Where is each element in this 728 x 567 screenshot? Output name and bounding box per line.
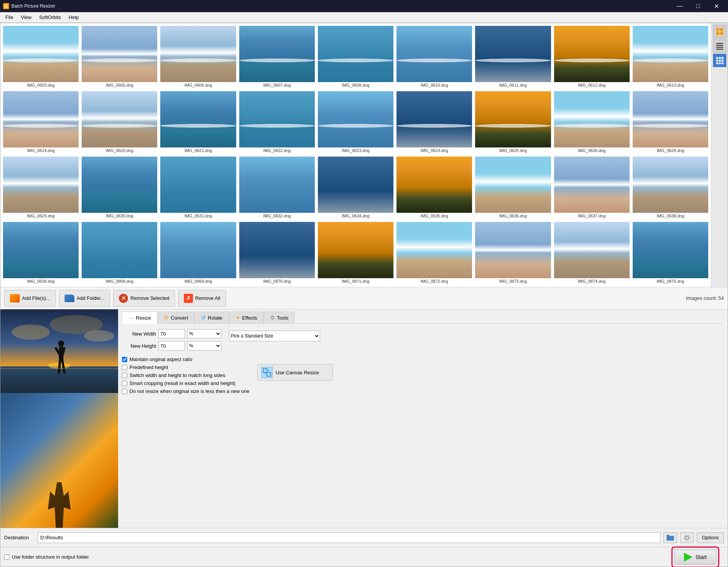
close-button[interactable]: ✕ — [707, 0, 725, 12]
canvas-resize-button[interactable]: Use Canvas Resize — [257, 364, 333, 381]
app-icon: 🖼 — [3, 3, 9, 9]
options-button[interactable]: Options — [697, 532, 724, 543]
smart-crop-label[interactable]: Smart cropping (result in exact width an… — [129, 380, 235, 386]
svg-rect-13 — [722, 60, 723, 62]
image-filename: IMG_0610.dng — [420, 82, 448, 88]
svg-rect-9 — [719, 57, 721, 59]
list-item[interactable]: IMG_0606.dng — [159, 25, 237, 89]
list-item[interactable]: IMG_0623.dng — [317, 90, 395, 155]
list-item[interactable]: IMG_0632.dng — [238, 155, 316, 220]
image-grid[interactable]: IMG_0603.dngIMG_0605.dngIMG_0606.dngIMG_… — [0, 23, 711, 287]
height-unit-select[interactable]: % px — [187, 341, 221, 350]
list-item[interactable]: IMG_0636.dng — [474, 155, 552, 220]
list-item[interactable]: IMG_0624.dng — [395, 90, 473, 155]
list-item[interactable]: IMG_0638.dng — [632, 155, 709, 220]
list-item[interactable]: IMG_0625.dng — [474, 90, 552, 155]
list-item[interactable]: IMG_0603.dng — [2, 25, 80, 89]
list-item[interactable]: IMG_0870.dng — [238, 221, 316, 285]
list-item[interactable]: IMG_0628.dng — [632, 90, 709, 155]
add-files-icon — [10, 294, 20, 303]
list-item[interactable]: IMG_0635.dng — [395, 155, 473, 220]
image-filename: IMG_0637.dng — [578, 213, 606, 219]
gear-icon — [683, 534, 691, 542]
svg-rect-15 — [719, 62, 721, 64]
maintain-ratio-checkbox[interactable] — [122, 357, 127, 362]
switch-wh-row: Switch width and height to match long si… — [122, 372, 250, 378]
image-filename: IMG_0624.dng — [420, 147, 448, 154]
list-item[interactable]: IMG_0869.dng — [159, 221, 237, 285]
smart-crop-checkbox[interactable] — [122, 381, 127, 386]
tab-tools[interactable]: ⚙ Tools — [264, 312, 295, 323]
list-item[interactable]: IMG_0871.dng — [317, 221, 395, 285]
list-item[interactable]: IMG_0607.dng — [238, 25, 316, 89]
list-item[interactable]: IMG_0626.dng — [553, 90, 631, 155]
large-thumbnail-view-btn[interactable] — [713, 25, 726, 38]
start-button[interactable]: Start — [674, 550, 716, 565]
list-item[interactable]: IMG_0608.dng — [317, 25, 395, 89]
remove-selected-button[interactable]: ✕ Remove Selected — [113, 290, 175, 307]
tools-tab-label: Tools — [277, 315, 288, 321]
predefined-height-checkbox[interactable] — [122, 365, 127, 370]
list-item[interactable]: IMG_0874.dng — [553, 221, 631, 285]
list-item[interactable]: IMG_0613.dng — [632, 25, 709, 89]
tab-rotate[interactable]: ↺ Rotate — [194, 312, 229, 323]
minimize-button[interactable]: — — [671, 0, 689, 12]
tab-convert[interactable]: ⟳ Convert — [158, 312, 195, 323]
image-filename: IMG_0631.dng — [185, 213, 212, 219]
list-item[interactable]: IMG_0634.dng — [317, 155, 395, 220]
list-item[interactable]: IMG_0611.dng — [474, 25, 552, 89]
list-item[interactable]: IMG_0872.dng — [395, 221, 473, 285]
predefined-height-row: Predefined height — [122, 364, 250, 370]
svg-rect-5 — [716, 45, 723, 46]
use-folder-row: Use folder structure in output folder — [4, 554, 89, 560]
switch-wh-checkbox[interactable] — [122, 373, 127, 378]
list-item[interactable]: IMG_0605.dng — [81, 25, 158, 89]
tab-resize[interactable]: ↔ Resize — [122, 312, 158, 324]
list-item[interactable]: IMG_0873.dng — [474, 221, 552, 285]
list-item[interactable]: IMG_0614.dng — [2, 90, 80, 155]
list-item[interactable]: IMG_0620.dng — [81, 90, 158, 155]
view-buttons-panel — [711, 23, 728, 287]
maintain-ratio-label[interactable]: Maintain original aspect ratio — [129, 356, 192, 362]
list-item[interactable]: IMG_0637.dng — [553, 155, 631, 220]
list-item[interactable]: IMG_0622.dng — [238, 90, 316, 155]
list-item[interactable]: IMG_0610.dng — [395, 25, 473, 89]
grid-view-btn[interactable] — [713, 54, 726, 67]
use-folder-checkbox[interactable] — [4, 554, 9, 560]
svg-rect-10 — [722, 57, 723, 59]
list-item[interactable]: IMG_0631.dng — [159, 155, 237, 220]
image-filename: IMG_0873.dng — [499, 278, 527, 284]
list-view-btn[interactable] — [713, 39, 726, 53]
menu-file[interactable]: File — [2, 13, 17, 22]
list-item[interactable]: IMG_0612.dng — [553, 25, 631, 89]
destination-input[interactable] — [38, 532, 660, 543]
menu-help[interactable]: Help — [65, 13, 83, 22]
predefined-height-label[interactable]: Predefined height — [129, 364, 168, 370]
switch-wh-label[interactable]: Switch width and height to match long si… — [129, 372, 225, 378]
list-item[interactable]: IMG_0621.dng — [159, 90, 237, 155]
image-filename: IMG_0607.dng — [263, 82, 291, 88]
height-input[interactable] — [158, 341, 185, 350]
destination-folder-button[interactable] — [663, 532, 677, 543]
use-folder-label[interactable]: Use folder structure in output folder — [12, 554, 89, 560]
add-folder-button[interactable]: Add Folder... — [59, 290, 111, 307]
width-input[interactable] — [158, 329, 185, 338]
list-item[interactable]: IMG_0630.dng — [81, 155, 158, 220]
menu-softorbits[interactable]: SoftOrbits — [35, 13, 65, 22]
standard-size-select[interactable]: Pick a Standard Size — [229, 331, 320, 341]
list-item[interactable]: IMG_0639.dng — [2, 221, 80, 285]
remove-all-button[interactable]: ✗ Remove All — [178, 290, 226, 307]
menu-view[interactable]: View — [17, 13, 35, 22]
list-item[interactable]: IMG_0629.dng — [2, 155, 80, 220]
preview-image — [0, 309, 118, 528]
height-label: New Height — [122, 343, 156, 349]
list-item[interactable]: IMG_0875.dng — [632, 221, 709, 285]
maximize-button[interactable]: □ — [689, 0, 707, 12]
tab-effects[interactable]: ✦ Effects — [229, 312, 264, 323]
add-files-button[interactable]: Add File(s)... — [4, 290, 56, 307]
no-resize-label[interactable]: Do not resize when original size is less… — [129, 388, 250, 394]
no-resize-checkbox[interactable] — [122, 389, 127, 394]
list-item[interactable]: IMG_0868.dng — [81, 221, 158, 285]
destination-gear-button[interactable] — [680, 532, 694, 543]
width-unit-select[interactable]: % px — [187, 329, 221, 338]
